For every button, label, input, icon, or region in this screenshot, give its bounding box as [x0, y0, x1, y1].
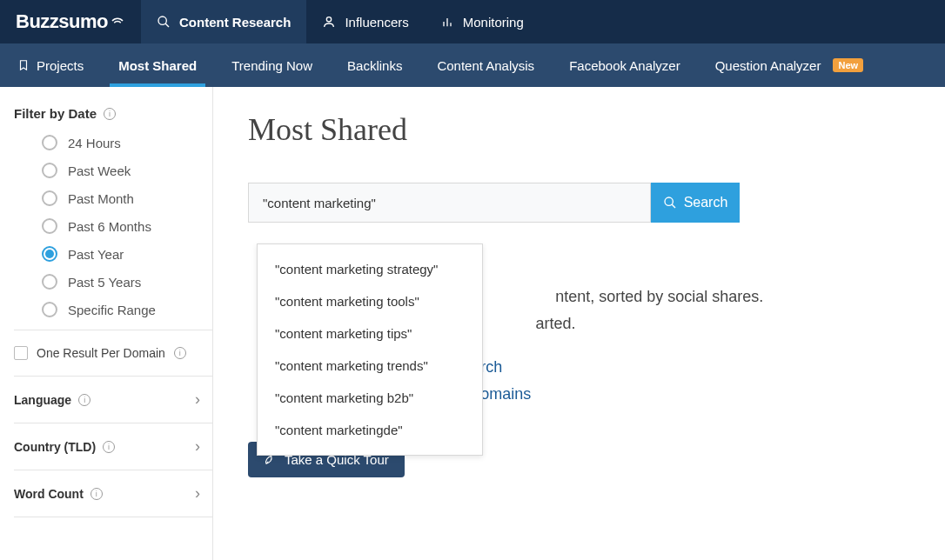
brand-name: Buzzsumo	[16, 10, 108, 32]
chevron-right-icon: ›	[195, 484, 200, 503]
intro-line-2: arted.	[536, 315, 576, 332]
radio-icon	[42, 246, 57, 262]
filter-title-text: Filter by Date	[14, 106, 97, 121]
svg-point-2	[327, 17, 332, 22]
bars-icon	[440, 15, 454, 29]
svg-point-6	[665, 197, 673, 205]
new-badge: New	[833, 58, 863, 72]
section-label: Word Count	[14, 487, 84, 501]
info-icon[interactable]: i	[104, 108, 116, 120]
subnav-label: Projects	[37, 58, 84, 73]
top-navigation: Buzzsumo Content Research Influencers Mo…	[0, 0, 945, 43]
subnav-label: Facebook Analyzer	[569, 58, 680, 73]
radio-label: Past Week	[68, 163, 131, 178]
date-option-past-year[interactable]: Past Year	[42, 246, 212, 262]
main-content: Most Shared Search "content marketing st…	[213, 87, 945, 560]
autocomplete-option[interactable]: "content marketing tools"	[258, 285, 482, 317]
section-label: Country (TLD)	[14, 440, 96, 454]
radio-label: Past 6 Months	[68, 219, 151, 234]
radio-icon	[42, 274, 57, 290]
subnav-backlinks[interactable]: Backlinks	[330, 43, 419, 87]
sub-navigation: Projects Most Shared Trending Now Backli…	[0, 43, 945, 87]
info-icon[interactable]: i	[174, 347, 186, 359]
radio-label: Specific Range	[68, 303, 156, 317]
radio-icon	[42, 218, 57, 234]
nav-tab-content-research[interactable]: Content Research	[141, 0, 306, 43]
radio-icon	[42, 302, 57, 317]
date-option-specific-range[interactable]: Specific Range	[42, 302, 212, 317]
search-icon	[663, 196, 677, 210]
section-country[interactable]: Country (TLD)i ›	[14, 423, 212, 470]
info-icon[interactable]: i	[90, 488, 103, 500]
logo: Buzzsumo	[0, 10, 141, 33]
autocomplete-option[interactable]: "content marketing tips"	[258, 317, 482, 350]
bookmark-icon	[17, 59, 30, 71]
chevron-right-icon: ›	[195, 437, 200, 456]
filter-by-date-title: Filter by Date i	[14, 106, 212, 121]
subnav-label: Trending Now	[231, 58, 312, 73]
checkbox-icon	[14, 346, 28, 360]
subnav-most-shared[interactable]: Most Shared	[101, 43, 214, 87]
subnav-label: Most Shared	[118, 58, 197, 73]
svg-line-1	[165, 23, 169, 27]
info-icon[interactable]: i	[103, 441, 115, 453]
date-option-past-week[interactable]: Past Week	[42, 163, 212, 178]
radio-icon	[42, 190, 57, 206]
autocomplete-dropdown: "content marketing strategy" "content ma…	[257, 243, 483, 456]
checkbox-label: One Result Per Domain	[37, 346, 165, 360]
section-language[interactable]: Languagei ›	[14, 376, 212, 423]
svg-point-0	[158, 17, 166, 24]
autocomplete-option[interactable]: "content marketing b2b"	[258, 382, 482, 414]
nav-tab-influencers[interactable]: Influencers	[306, 0, 424, 43]
nav-tab-monitoring[interactable]: Monitoring	[425, 0, 540, 43]
svg-line-7	[672, 204, 675, 208]
autocomplete-option[interactable]: "content marketing trends"	[258, 350, 482, 382]
autocomplete-option[interactable]: "content marketingde"	[258, 414, 482, 446]
subnav-content-analysis[interactable]: Content Analysis	[419, 43, 552, 87]
radio-icon	[42, 135, 57, 150]
nav-tab-label: Monitoring	[463, 15, 524, 30]
date-option-past-5-years[interactable]: Past 5 Years	[42, 274, 212, 290]
subnav-label: Question Analyzer	[715, 58, 821, 73]
subnav-trending-now[interactable]: Trending Now	[214, 43, 330, 87]
date-option-past-6-months[interactable]: Past 6 Months	[42, 218, 212, 234]
chevron-right-icon: ›	[195, 390, 200, 409]
search-bar: Search	[248, 183, 740, 223]
search-icon	[157, 15, 171, 29]
radio-icon	[42, 163, 57, 178]
date-radio-list: 24 Hours Past Week Past Month Past 6 Mon…	[42, 135, 212, 317]
search-input[interactable]	[248, 183, 651, 223]
date-option-past-month[interactable]: Past Month	[42, 190, 212, 206]
subnav-question-analyzer[interactable]: Question Analyzer New	[698, 43, 881, 87]
search-button[interactable]: Search	[651, 183, 740, 223]
intro-line-1: ntent, sorted by social shares.	[555, 288, 763, 305]
sidebar: Filter by Date i 24 Hours Past Week Past…	[0, 87, 213, 560]
subnav-facebook-analyzer[interactable]: Facebook Analyzer	[552, 43, 698, 87]
search-button-label: Search	[684, 195, 728, 210]
autocomplete-option[interactable]: "content marketing strategy"	[258, 253, 482, 285]
one-result-per-domain[interactable]: One Result Per Domain i	[14, 330, 212, 376]
subnav-projects[interactable]: Projects	[0, 43, 101, 87]
section-label: Language	[14, 393, 71, 407]
radio-label: Past Year	[68, 247, 124, 262]
nav-tab-label: Influencers	[345, 15, 408, 30]
nav-tab-label: Content Research	[179, 15, 291, 30]
page-title: Most Shared	[248, 111, 910, 148]
user-icon	[322, 15, 336, 29]
section-word-count[interactable]: Word Counti ›	[14, 470, 212, 517]
radio-label: Past 5 Years	[68, 275, 141, 290]
subnav-label: Content Analysis	[437, 58, 534, 73]
date-option-24-hours[interactable]: 24 Hours	[42, 135, 212, 150]
info-icon[interactable]: i	[78, 394, 90, 406]
radio-label: Past Month	[68, 191, 134, 206]
radio-label: 24 Hours	[68, 136, 121, 150]
subnav-label: Backlinks	[347, 58, 402, 73]
wifi-icon	[110, 10, 125, 30]
